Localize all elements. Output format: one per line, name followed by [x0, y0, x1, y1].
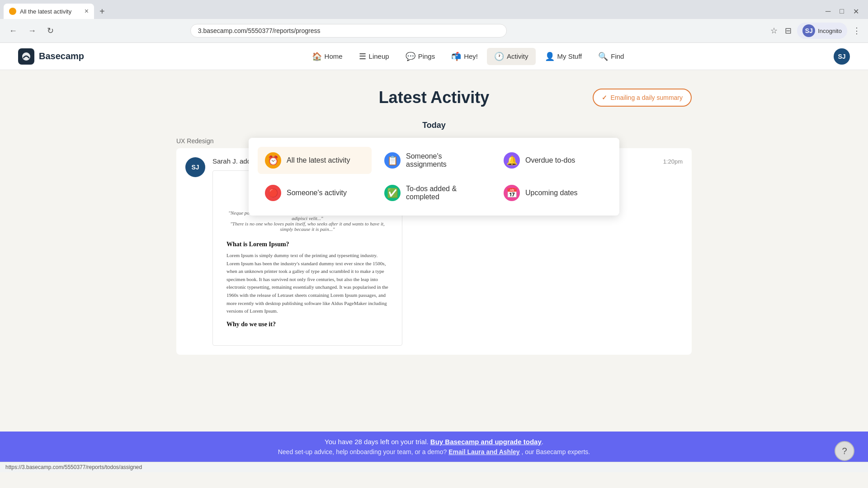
todos-icon: ✅ [384, 185, 401, 201]
trial-subtext: Need set-up advice, help onboarding your… [278, 448, 590, 455]
close-window-button[interactable]: ✕ [849, 5, 863, 18]
nav-my-stuff[interactable]: 👤 My Stuff [538, 48, 590, 65]
email-summary-button[interactable]: ✓ Emailing a daily summary [593, 89, 692, 107]
dropdown-upcoming-dates[interactable]: 📅 Upcoming dates [496, 179, 610, 206]
nav-hey[interactable]: 📬 Hey! [444, 48, 485, 65]
status-url: https://3.basecamp.com/5550377/reports/t… [5, 464, 142, 470]
address-bar-url[interactable]: 3.basecamp.com/5550377/reports/progress [198, 27, 499, 34]
dropdown-someones-activity-label: Someone's activity [287, 189, 347, 197]
dropdown-overdue-todos[interactable]: 🔔 Overdue to-dos [496, 147, 610, 174]
dropdown-someones-assignments[interactable]: 📋 Someone's assignments [377, 147, 491, 174]
incognito-badge: SJ Incognito [797, 23, 847, 39]
refresh-button[interactable]: ↻ [43, 24, 57, 38]
nav-find[interactable]: 🔍 Find [591, 48, 631, 65]
logo-icon [18, 48, 34, 65]
incognito-label: Incognito [818, 28, 842, 34]
main-wrapper: ⏰ All the latest activity 📋 Someone's as… [0, 70, 868, 472]
home-icon: 🏠 [312, 52, 322, 61]
maximize-button[interactable]: □ [836, 5, 848, 17]
lineup-icon: ☰ [359, 52, 366, 61]
active-tab[interactable]: All the latest activity × [4, 4, 94, 19]
sidebar-toggle-button[interactable]: ⊟ [783, 24, 793, 38]
check-icon: ✓ [602, 94, 607, 101]
nav-activity[interactable]: 🕐 Activity [487, 48, 536, 65]
tab-favicon [9, 8, 16, 15]
nav-pings-label: Pings [418, 52, 435, 60]
all-latest-icon: ⏰ [265, 152, 281, 169]
dropdown-overdue-todos-label: Overdue to-dos [525, 156, 575, 164]
activity-header: Latest Activity ✓ Emailing a daily summa… [176, 88, 692, 107]
dropdown-someones-assignments-label: Someone's assignments [406, 152, 484, 169]
nav-activity-label: Activity [507, 52, 528, 60]
document-body-text: Lorem Ipsum is simply dummy text of the … [226, 252, 388, 315]
activity-dropdown: ⏰ All the latest activity 📋 Someone's as… [249, 138, 619, 216]
someones-assignments-icon: 📋 [384, 152, 401, 169]
main-header: Basecamp 🏠 Home ☰ Lineup 💬 Pings 📬 Hey! … [0, 43, 868, 70]
dropdown-upcoming-dates-label: Upcoming dates [525, 189, 578, 197]
tab-close-button[interactable]: × [85, 7, 89, 15]
my-stuff-icon: 👤 [545, 52, 555, 61]
trial-main-text: You have 28 days left on your trial. Buy… [325, 438, 543, 446]
nav-lineup[interactable]: ☰ Lineup [352, 48, 396, 65]
logo-text: Basecamp [39, 51, 84, 61]
help-button[interactable]: ? [835, 441, 854, 461]
document-section-title: What is Lorem Ipsum? [226, 241, 388, 248]
hey-icon: 📬 [451, 52, 461, 61]
activity-icon: 🕐 [494, 52, 504, 61]
dropdown-todos-added-completed[interactable]: ✅ To-dos added & completed [377, 179, 491, 206]
nav-home-label: Home [325, 52, 343, 60]
email-summary-label: Emailing a daily summary [611, 94, 683, 101]
trial-banner: You have 28 days left on your trial. Buy… [0, 432, 868, 462]
upgrade-link[interactable]: Buy Basecamp and upgrade today [430, 438, 542, 446]
new-tab-button[interactable]: + [96, 5, 108, 19]
avatar[interactable]: SJ [185, 157, 205, 177]
activity-feed: Latest Activity ✓ Emailing a daily summa… [176, 88, 692, 355]
document-section2-title: Why do we use it? [226, 321, 388, 328]
more-options-button[interactable]: ⋮ [851, 24, 863, 38]
incognito-avatar: SJ [802, 24, 815, 37]
nav-pings[interactable]: 💬 Pings [398, 48, 443, 65]
day-label: Today [176, 121, 692, 130]
nav-home[interactable]: 🏠 Home [305, 48, 350, 65]
main-nav: 🏠 Home ☰ Lineup 💬 Pings 📬 Hey! 🕐 Activit… [102, 48, 834, 65]
forward-button[interactable]: → [24, 24, 40, 38]
dropdown-someones-activity[interactable]: 🔴 Someone's activity [258, 179, 372, 206]
find-icon: 🔍 [598, 52, 608, 61]
nav-my-stuff-label: My Stuff [557, 52, 582, 60]
minimize-button[interactable]: ─ [822, 5, 834, 17]
bookmark-button[interactable]: ☆ [769, 24, 779, 38]
dropdown-todos-label: To-dos added & completed [406, 185, 484, 201]
activity-time: 1:20pm [663, 158, 683, 165]
tab-title: All the latest activity [20, 8, 71, 15]
dropdown-all-latest-label: All the latest activity [287, 156, 350, 164]
nav-find-label: Find [611, 52, 624, 60]
someones-activity-icon: 🔴 [265, 185, 281, 201]
nav-lineup-label: Lineup [369, 52, 389, 60]
back-button[interactable]: ← [5, 24, 21, 38]
overdue-todos-icon: 🔔 [504, 152, 520, 169]
email-experts-link[interactable]: Email Laura and Ashley [448, 448, 519, 455]
pings-icon: 💬 [406, 52, 415, 61]
user-avatar[interactable]: SJ [834, 48, 850, 65]
main-content: Latest Activity ✓ Emailing a daily summa… [0, 70, 868, 432]
upcoming-dates-icon: 📅 [504, 185, 520, 201]
logo[interactable]: Basecamp [18, 48, 84, 65]
status-bar: https://3.basecamp.com/5550377/reports/t… [0, 462, 868, 472]
dropdown-all-latest[interactable]: ⏰ All the latest activity [258, 147, 372, 174]
nav-hey-label: Hey! [464, 52, 478, 60]
